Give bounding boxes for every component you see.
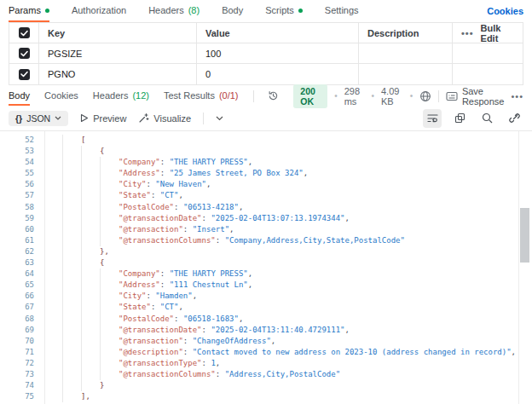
copy-button[interactable] (450, 109, 469, 128)
indent-guide (81, 157, 82, 168)
line-number: 56 (0, 179, 44, 190)
cookies-link[interactable]: Cookies (487, 6, 523, 16)
request-tab-authorization[interactable]: Authorization (72, 0, 126, 22)
json-token-o: : (160, 158, 170, 166)
indent-guide (81, 302, 82, 313)
json-token-b: { (100, 147, 104, 155)
line-content: "Address": "111 Chestnut Ln", (44, 280, 252, 291)
indent-guide (81, 235, 82, 246)
line-content: "@transaction": "ChangeOfAddress", (44, 336, 275, 347)
checkbox-checked-icon (19, 69, 30, 80)
param-actions[interactable] (452, 64, 523, 84)
indent-guide (100, 369, 101, 380)
response-tab-cookies[interactable]: Cookies (44, 86, 78, 106)
line-number: 59 (0, 213, 44, 224)
param-checkbox[interactable] (9, 64, 38, 84)
response-tab-headers[interactable]: Headers(12) (93, 86, 149, 106)
wrap-text-button[interactable] (423, 109, 442, 128)
indent-guide (62, 380, 63, 391)
search-button[interactable] (477, 109, 496, 128)
indent-guide (81, 202, 82, 213)
tab-label: Scripts (265, 5, 294, 15)
indent-guide (81, 380, 82, 391)
visualize-button[interactable]: Visualize (138, 113, 191, 124)
select-all-checkbox[interactable] (9, 23, 38, 43)
json-token-s: "CT" (160, 303, 179, 311)
indent-guide (81, 325, 82, 336)
param-key[interactable]: PGSIZE (38, 43, 196, 63)
tab-label: Headers (148, 5, 184, 15)
line-content: "@transactionColumns": "Company,Address,… (44, 235, 405, 246)
indent-guide (62, 347, 63, 358)
scrollbar-thumb[interactable] (520, 208, 529, 263)
json-token-o: : (202, 359, 211, 367)
request-tab-settings[interactable]: Settings (325, 0, 359, 22)
json-token-o: , (248, 280, 252, 289)
code-line: 74} (0, 380, 532, 391)
param-key[interactable]: PGNO (38, 64, 196, 84)
json-token-o: : (174, 315, 183, 323)
response-tab-test-results[interactable]: Test Results(0/1) (164, 86, 239, 106)
json-token-k: "PostalCode" (119, 203, 174, 211)
json-token-b: [ (81, 136, 85, 144)
tab-label: Authorization (72, 5, 126, 15)
save-response-button[interactable]: Save Response (446, 86, 505, 107)
line-content: "@transactionColumns": "Address,City,Pos… (44, 369, 340, 380)
json-token-o: : (202, 326, 211, 334)
status-badge[interactable]: 200 OK (293, 84, 327, 108)
preview-button[interactable]: Preview (80, 113, 126, 124)
code-line: 70"@transaction": "ChangeOfAddress", (0, 336, 532, 347)
indent-guide (100, 336, 101, 347)
line-content: [ (44, 135, 85, 146)
link-button[interactable] (505, 109, 523, 128)
line-number: 61 (0, 235, 44, 246)
green-dot-icon (298, 9, 303, 13)
play-icon (80, 113, 89, 123)
request-tab-body[interactable]: Body (222, 0, 243, 22)
visualize-chevron-icon[interactable] (216, 116, 223, 121)
param-description[interactable] (358, 64, 452, 84)
globe-icon[interactable] (419, 90, 431, 102)
preview-label: Preview (93, 113, 126, 124)
param-actions[interactable] (452, 43, 523, 63)
format-dropdown[interactable]: {} JSON (9, 111, 68, 126)
indent-guide (62, 179, 63, 190)
response-tab-body[interactable]: Body (9, 86, 30, 106)
request-tab-headers[interactable]: Headers(8) (148, 0, 200, 22)
history-icon[interactable] (268, 90, 279, 101)
response-body-json-viewer[interactable]: 52[53{54"Company": "THE HARTY PRESS",55"… (0, 131, 532, 404)
indent-guide (81, 347, 82, 358)
tab-count: (12) (132, 90, 149, 101)
json-token-o: : (183, 337, 193, 345)
json-token-o: : (147, 180, 156, 188)
param-value[interactable]: 100 (196, 43, 358, 63)
param-description[interactable] (358, 43, 452, 63)
indent-guide (100, 190, 101, 201)
request-tabs-bar: ParamsAuthorizationHeaders(8)BodyScripts… (0, 0, 532, 22)
response-size[interactable]: 4.09 KB (381, 86, 403, 107)
response-tabs-bar: BodyCookiesHeaders(12)Test Results(0/1) … (0, 86, 532, 106)
indent-guide (100, 314, 101, 325)
bulk-edit-button[interactable]: Bulk Edit (481, 23, 514, 43)
more-options-icon[interactable]: ••• (461, 28, 474, 38)
indent-guide (81, 358, 82, 369)
param-checkbox[interactable] (9, 43, 38, 63)
response-time[interactable]: 298 ms (344, 86, 365, 107)
save-response-label: Save Response (462, 86, 505, 107)
json-token-k: "@transaction" (119, 337, 183, 345)
param-value[interactable]: 0 (196, 64, 358, 84)
indent-guide (81, 224, 82, 235)
line-number: 63 (0, 257, 44, 268)
postman-request-panel: ParamsAuthorizationHeaders(8)BodyScripts… (0, 0, 532, 404)
json-token-o: , (239, 315, 243, 323)
line-number: 62 (0, 246, 44, 257)
tab-label: Body (9, 90, 30, 101)
line-number: 57 (0, 190, 44, 201)
request-tab-scripts[interactable]: Scripts (265, 0, 303, 22)
json-token-o: : (202, 214, 211, 222)
request-tab-params[interactable]: Params (9, 0, 49, 22)
save-response-icon (446, 91, 458, 101)
chevron-down-icon (55, 116, 61, 120)
response-more-menu-icon[interactable]: ••• (511, 91, 523, 101)
json-token-o: , (178, 303, 182, 311)
